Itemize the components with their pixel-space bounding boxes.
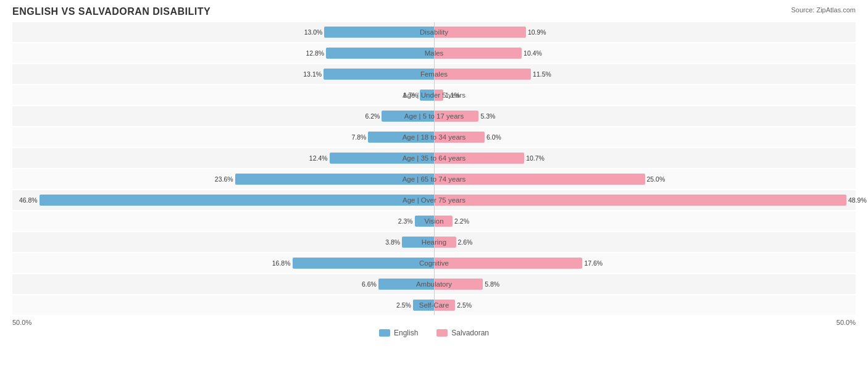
- right-section: 11.5%: [434, 64, 856, 84]
- center-divider: [434, 22, 435, 315]
- legend-salvadoran-color: [436, 329, 448, 337]
- left-section: 16.8%: [12, 253, 434, 273]
- pink-value: 17.6%: [584, 259, 603, 267]
- pink-value: 25.0%: [647, 175, 666, 183]
- pink-value: 2.6%: [458, 238, 473, 246]
- left-section: 7.8%: [12, 127, 434, 147]
- blue-value: 2.5%: [396, 301, 411, 309]
- blue-value: 6.6%: [362, 280, 377, 288]
- left-section: 2.5%: [12, 295, 434, 315]
- pink-value: 5.3%: [480, 112, 495, 120]
- blue-value: 13.0%: [304, 28, 323, 36]
- pink-value: 5.8%: [485, 280, 499, 288]
- bar-label: Age | 65 to 74 years: [403, 175, 466, 183]
- blue-value: 23.6%: [215, 175, 233, 183]
- left-section: 13.0%: [12, 22, 434, 42]
- pink-bar: 11.5%: [434, 69, 531, 80]
- right-section: 17.6%: [434, 253, 856, 273]
- pink-value: 11.5%: [533, 70, 551, 78]
- left-section: 46.8%: [12, 190, 434, 210]
- bar-label: Hearing: [422, 238, 446, 246]
- blue-value: 13.1%: [303, 70, 322, 78]
- left-section: 13.1%: [12, 64, 434, 84]
- right-section: 1.1%: [434, 85, 856, 105]
- right-section: 10.9%: [434, 22, 856, 42]
- axis-right: 50.0%: [837, 319, 856, 326]
- pink-value: 48.9%: [848, 196, 867, 204]
- bar-label: Age | 5 to 17 years: [404, 112, 464, 120]
- blue-value: 12.4%: [309, 154, 328, 162]
- blue-value: 12.8%: [306, 49, 324, 57]
- legend-english-label: English: [394, 329, 418, 337]
- bar-label: Cognitive: [419, 259, 449, 267]
- bar-label: Females: [420, 70, 448, 78]
- right-section: 6.0%: [434, 127, 856, 147]
- pink-bar: 48.9%: [434, 195, 846, 206]
- blue-value: 16.8%: [272, 259, 291, 267]
- right-section: 5.8%: [434, 274, 856, 294]
- bar-label: Age | 18 to 34 years: [403, 133, 466, 141]
- pink-value: 2.5%: [457, 301, 472, 309]
- left-section: 23.6%: [12, 169, 434, 189]
- pink-value: 10.4%: [524, 49, 542, 57]
- pink-value: 10.7%: [526, 154, 545, 162]
- pink-bar: 10.4%: [434, 48, 522, 59]
- chart-title: ENGLISH VS SALVADORAN DISABILITY: [12, 6, 856, 17]
- blue-bar: 16.8%: [293, 258, 434, 269]
- right-section: 10.7%: [434, 148, 856, 168]
- blue-value: 46.8%: [19, 196, 38, 204]
- right-section: 10.4%: [434, 43, 856, 63]
- right-section: 48.9%: [434, 190, 856, 210]
- bar-label: Disability: [420, 28, 448, 36]
- right-section: 2.2%: [434, 211, 856, 231]
- blue-value: 3.8%: [385, 238, 400, 246]
- legend-salvadoran: Salvadoran: [436, 329, 489, 337]
- pink-value: 2.2%: [454, 217, 469, 225]
- right-section: 25.0%: [434, 169, 856, 189]
- blue-bar: 12.8%: [326, 48, 434, 59]
- axis-left: 50.0%: [12, 319, 31, 326]
- left-section: 6.6%: [12, 274, 434, 294]
- blue-bar: 13.1%: [323, 69, 434, 80]
- left-section: 1.7%: [12, 85, 434, 105]
- blue-value: 6.2%: [365, 112, 380, 120]
- bar-label: Self-Care: [419, 301, 449, 309]
- blue-bar: 46.8%: [40, 195, 434, 206]
- bar-label: Age | Under 5 years: [403, 91, 465, 99]
- left-section: 6.2%: [12, 106, 434, 126]
- left-section: 3.8%: [12, 232, 434, 252]
- blue-bar: 13.0%: [324, 27, 434, 38]
- bar-label: Ambulatory: [416, 280, 452, 288]
- pink-value: 6.0%: [486, 133, 501, 141]
- axis-labels: 50.0% 50.0%: [12, 319, 856, 326]
- pink-value: 10.9%: [528, 28, 546, 36]
- left-section: 12.4%: [12, 148, 434, 168]
- left-section: 12.8%: [12, 43, 434, 63]
- pink-bar: 17.6%: [434, 258, 582, 269]
- chart-container: ENGLISH VS SALVADORAN DISABILITY Source:…: [0, 0, 868, 378]
- chart-rows-wrapper: 13.0% Disability 10.9% 12.8% Males 10.4%…: [12, 22, 856, 315]
- blue-value: 7.8%: [352, 133, 367, 141]
- legend-salvadoran-label: Salvadoran: [451, 329, 489, 337]
- right-section: 2.6%: [434, 232, 856, 252]
- right-section: 5.3%: [434, 106, 856, 126]
- bar-label: Age | Over 75 years: [403, 196, 465, 204]
- bar-label: Males: [425, 49, 444, 57]
- left-section: 2.3%: [12, 211, 434, 231]
- right-section: 2.5%: [434, 295, 856, 315]
- legend-english-color: [379, 329, 390, 337]
- bar-label: Vision: [424, 217, 443, 225]
- bar-label: Age | 35 to 64 years: [403, 154, 466, 162]
- blue-value: 2.3%: [398, 217, 413, 225]
- legend-english: English: [379, 329, 418, 337]
- legend: English Salvadoran: [12, 329, 856, 337]
- source-label: Source: ZipAtlas.com: [791, 6, 856, 14]
